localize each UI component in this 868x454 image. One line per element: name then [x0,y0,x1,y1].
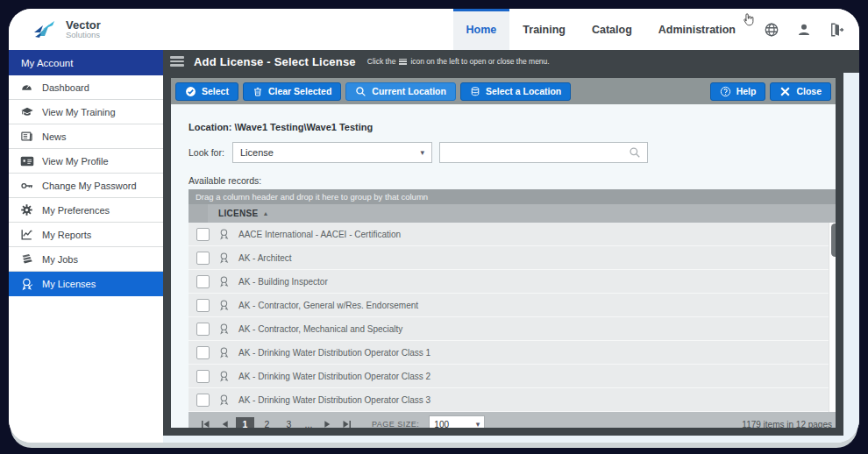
row-checkbox[interactable] [196,323,210,336]
next-page-icon[interactable] [319,416,335,428]
license-cert-icon [217,370,231,383]
header-gutter [189,204,208,223]
news-icon [19,129,34,144]
tab-catalog[interactable]: Catalog [579,9,645,50]
table-row[interactable]: AK - Drinking Water Distribution Operato… [189,388,836,412]
sidebar-item-label: View My Profile [42,156,109,167]
page-number-current[interactable]: 1 [236,417,254,429]
sidebar-item-label: Change My Password [42,181,137,191]
close-icon [779,86,791,97]
license-cert-icon [217,252,231,265]
scrollbar-thumb[interactable] [831,223,836,257]
sidebar-item-my-preferences[interactable]: My Preferences [9,198,163,223]
page-number[interactable]: 3 [280,417,298,429]
select-button[interactable]: Select [175,82,238,101]
tab-training[interactable]: Training [509,9,579,50]
app-window: Vector Solutions Home Training Catalog A… [9,9,859,443]
page-size-label: PAGE SIZE: [372,420,419,428]
sidebar-item-my-licenses[interactable]: My Licenses [9,272,163,296]
pagination-summary: 1179 items in 12 pages [742,420,832,429]
grid-body: AACE International - AACEI - Certificati… [189,223,836,412]
column-header-license[interactable]: LICENSE ▲ [189,204,836,223]
row-checkbox[interactable] [196,394,210,407]
page-title: Add License - Select License [194,55,356,68]
page-ellipsis[interactable]: ... [302,419,316,428]
sidebar-item-label: Dashboard [42,82,89,93]
first-page-icon[interactable] [197,416,213,428]
sidebar-item-change-my-password[interactable]: Change My Password [9,174,163,198]
logout-icon[interactable] [828,21,845,39]
license-cert-icon [217,275,231,288]
menu-toggle-icon[interactable] [170,56,184,67]
select-a-location-button[interactable]: Select a Location [460,82,571,101]
help-button[interactable]: Help [710,82,766,101]
available-records-label: Available records: [189,175,836,186]
license-cert-icon [217,299,231,312]
table-row[interactable]: AACE International - AACEI - Certificati… [189,223,836,246]
search-icon[interactable] [629,146,641,159]
current-location-button[interactable]: Current Location [345,82,456,101]
tab-home[interactable]: Home [453,9,510,50]
row-checkbox[interactable] [196,228,210,241]
look-for-label: Look for: [189,147,225,158]
sidebar-item-view-my-profile[interactable]: View My Profile [9,149,163,174]
look-for-select[interactable]: License ▾ [232,142,432,163]
sidebar-item-label: My Licenses [42,279,96,289]
user-icon[interactable] [795,21,813,39]
clear-selected-button[interactable]: Clear Selected [243,82,341,101]
look-for-row: Look for: License ▾ [189,142,836,163]
vector-solutions-logo: Vector Solutions [32,18,101,41]
sidebar-item-label: News [42,131,67,142]
row-checkbox[interactable] [196,252,210,265]
vertical-scrollbar[interactable] [829,223,836,412]
table-row[interactable]: AK - Architect [189,246,836,270]
pagination-bar: 1 2 3 ... PAGE SIZE: [189,412,836,428]
sidebar-item-news[interactable]: News [9,124,163,149]
group-drop-zone[interactable]: Drag a column header and drop it here to… [189,189,836,204]
records-grid: Drag a column header and drop it here to… [189,189,836,428]
content-area: Location: \Wave1 Testing\Wave1 Testing L… [171,104,836,428]
key-icon [19,178,34,193]
row-checkbox[interactable] [196,346,210,359]
brand-subname: Solutions [66,31,101,39]
page-size-select[interactable]: 100 ▾ [429,415,485,428]
table-row[interactable]: AK - Contractor, Mechanical and Specialt… [189,317,836,341]
search-input[interactable] [446,146,629,159]
main-panel: Add License - Select License Click the i… [163,50,859,443]
license-cert-icon [217,346,231,359]
row-checkbox[interactable] [196,299,210,312]
dashboard-gauge-icon [19,80,34,95]
close-button[interactable]: Close [770,82,831,101]
panel-title-bar: Add License - Select License Click the i… [163,50,859,73]
sidebar-item-my-reports[interactable]: My Reports [9,223,163,247]
panel-frame: Select Clear Selected Curr [163,73,843,436]
row-checkbox[interactable] [196,275,210,288]
tab-administration[interactable]: Administration [645,9,749,50]
table-row[interactable]: AK - Drinking Water Distribution Operato… [189,365,836,388]
table-row[interactable]: AK - Building Inspector [189,270,836,294]
hamburger-icon [399,59,407,65]
id-card-icon [19,153,34,168]
license-cert-icon [217,323,231,336]
sort-ascending-icon: ▲ [262,210,268,216]
table-row[interactable]: AK - Contractor, General w/Res. Endorsem… [189,294,836,317]
toolbar: Select Clear Selected Curr [171,78,836,104]
table-row[interactable]: AK - Drinking Water Distribution Operato… [189,341,836,365]
location-label: Location: \Wave1 Testing\Wave1 Testing [189,122,836,132]
page-number[interactable]: 2 [258,417,276,429]
sidebar-item-label: My Jobs [42,254,78,265]
chevron-down-icon: ▾ [420,148,424,157]
sidebar-item-view-my-training[interactable]: View My Training [9,100,163,124]
check-circle-icon [185,86,196,97]
row-checkbox[interactable] [196,370,210,383]
magnifier-icon [355,86,366,97]
last-page-icon[interactable] [338,416,354,428]
previous-page-icon[interactable] [217,416,232,428]
certificate-icon [19,276,34,291]
sidebar-header-my-account[interactable]: My Account [9,50,163,75]
globe-icon[interactable] [763,21,780,39]
sidebar-item-my-jobs[interactable]: My Jobs [9,247,163,272]
sidebar-item-dashboard[interactable]: Dashboard [9,75,163,100]
stack-icon [19,252,34,266]
gear-icon [19,202,34,217]
